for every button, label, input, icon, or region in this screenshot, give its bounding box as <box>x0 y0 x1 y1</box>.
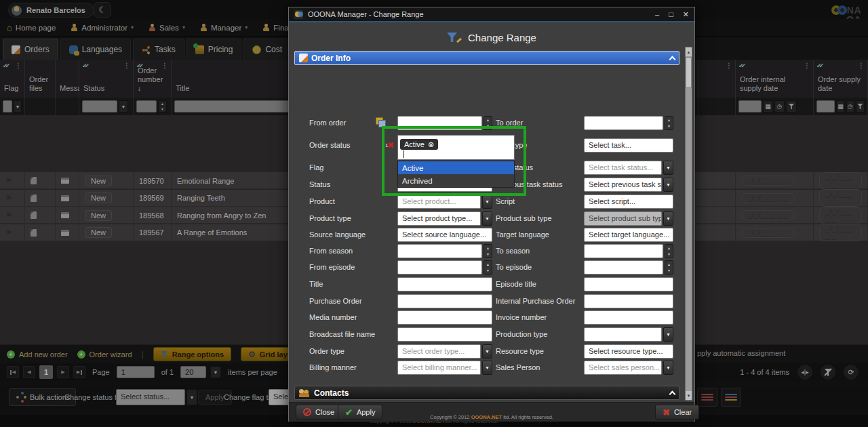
dialog-title-bar[interactable]: OOONA Manager - Change Range – □ ✕ <box>289 7 694 22</box>
field-value[interactable] <box>397 310 492 325</box>
field-value[interactable]: Select task status... <box>584 161 662 175</box>
field-value[interactable]: Select order type... <box>397 344 481 359</box>
chevron-down-icon[interactable]: ▼ <box>663 161 673 175</box>
field-value[interactable] <box>397 277 492 291</box>
field-value[interactable]: Select task... <box>584 138 673 152</box>
chevron-down-icon[interactable]: ▼ <box>482 361 492 375</box>
number-stepper[interactable]: ▲▼ <box>484 260 492 274</box>
field-value[interactable]: Select billing manner... <box>397 361 481 375</box>
field-broadcast-file-name[interactable] <box>397 327 492 342</box>
field-product[interactable]: Select product...▼ <box>397 195 492 209</box>
funnel-icon <box>447 33 457 42</box>
order-info-icon <box>299 54 308 62</box>
field-label: Title <box>309 280 323 288</box>
field-value[interactable] <box>397 260 482 274</box>
field-product-sub-type[interactable]: Select product sub type...▼ <box>584 211 673 226</box>
field-label: Sales Person <box>496 363 540 371</box>
field-title[interactable] <box>397 277 492 291</box>
option-active[interactable]: Active <box>398 161 514 174</box>
order-info-section-header[interactable]: Order Info <box>294 51 679 65</box>
field-value[interactable] <box>584 310 673 325</box>
field-from-episode[interactable]: ▲▼ <box>397 260 492 274</box>
field-value[interactable] <box>584 294 673 308</box>
field-to-episode[interactable]: ▲▼ <box>584 260 673 274</box>
field-label: Order type <box>309 347 344 355</box>
up-icon: ▲ <box>665 117 673 123</box>
chevron-down-icon[interactable]: ▼ <box>482 195 492 209</box>
field-value[interactable]: Select product sub type... <box>584 211 662 226</box>
field-label: Episode title <box>496 280 536 288</box>
scroll-down-icon[interactable]: ▼ <box>686 391 692 400</box>
chevron-down-icon[interactable]: ▼ <box>663 178 673 192</box>
field-billing-manner[interactable]: Select billing manner...▼ <box>397 361 492 375</box>
option-archived[interactable]: Archived <box>398 174 514 187</box>
field-value[interactable] <box>584 327 662 342</box>
field-value[interactable] <box>584 277 673 291</box>
up-icon: ▲ <box>484 117 492 123</box>
field-to-order[interactable]: ▲▼ <box>584 116 673 130</box>
down-icon: ▼ <box>484 251 492 258</box>
remove-chip-icon[interactable]: ⊗ <box>428 140 434 149</box>
field-value[interactable] <box>584 244 663 258</box>
field-value[interactable]: Select target language... <box>584 228 673 242</box>
field-to-season[interactable]: ▲▼ <box>584 244 673 258</box>
scroll-up-icon[interactable]: ▲ <box>686 47 692 56</box>
field-sales-person[interactable]: Select sales person...▼ <box>584 361 673 375</box>
chevron-down-icon[interactable]: ▼ <box>482 344 492 359</box>
field-value[interactable] <box>397 294 492 308</box>
chevron-down-icon[interactable]: ▼ <box>482 211 492 226</box>
field-value[interactable]: Select product... <box>397 195 481 209</box>
field-resource-type[interactable]: Select resource type... <box>584 344 673 359</box>
field-value[interactable]: Select product type... <box>397 211 481 226</box>
contacts-section-header[interactable]: Contacts <box>294 386 679 400</box>
field-purchase-order[interactable] <box>397 294 492 308</box>
chevron-down-icon[interactable]: ▼ <box>663 327 673 342</box>
chevron-down-icon[interactable]: ▼ <box>663 211 673 226</box>
selection-count-badge: 1✖ <box>385 141 394 150</box>
maximize-button[interactable]: □ <box>669 10 673 19</box>
field-value[interactable]: Select previous task sta... <box>584 178 662 192</box>
field-value[interactable]: Select script... <box>584 195 673 209</box>
field-from-season[interactable]: ▲▼ <box>397 244 492 258</box>
clear-selection-icon[interactable]: ✖ <box>387 141 393 150</box>
field-label: Flag <box>309 163 323 171</box>
field-label: From episode <box>309 263 355 271</box>
collapse-icon[interactable] <box>669 56 676 63</box>
minimize-button[interactable]: – <box>655 10 659 19</box>
close-window-button[interactable]: ✕ <box>683 10 689 19</box>
field-value[interactable] <box>584 260 663 274</box>
field-product-type[interactable]: Select product type...▼ <box>397 211 492 226</box>
field-order-type[interactable]: Select order type...▼ <box>397 344 492 359</box>
field-script[interactable]: Select script... <box>584 195 673 209</box>
field-value[interactable] <box>397 327 492 342</box>
collapse-icon[interactable] <box>669 391 676 398</box>
field-invoice-number[interactable] <box>584 310 673 325</box>
field-episode-title[interactable] <box>584 277 673 291</box>
number-stepper[interactable]: ▲▼ <box>665 244 673 258</box>
field-task-status[interactable]: Select task status...▼ <box>584 161 673 175</box>
dialog-body: Order Info From order▲▼To order▲▼Order s… <box>289 47 685 401</box>
field-internal-purchase-order[interactable] <box>584 294 673 308</box>
copy-range-icon[interactable] <box>376 117 385 127</box>
field-source-language[interactable]: Select source language... <box>397 228 492 242</box>
field-value[interactable]: Select resource type... <box>584 344 673 359</box>
down-icon: ▼ <box>484 268 492 274</box>
scrollbar-thumb[interactable] <box>686 57 692 88</box>
field-label: To episode <box>496 263 532 271</box>
heading-text: Change Range <box>468 32 536 43</box>
number-stepper[interactable]: ▲▼ <box>665 260 673 274</box>
field-value[interactable]: Select sales person... <box>584 361 662 375</box>
field-value[interactable]: Select source language... <box>397 228 492 242</box>
field-target-language[interactable]: Select target language... <box>584 228 673 242</box>
field-production-type[interactable]: ▼ <box>584 327 673 342</box>
field-task-type[interactable]: Select task... <box>584 138 673 152</box>
field-value[interactable] <box>584 116 663 130</box>
dialog-scrollbar[interactable]: ▲ ▼ <box>685 47 692 401</box>
chevron-down-icon[interactable]: ▼ <box>663 361 673 375</box>
order-status-combobox[interactable]: Active⊗ <box>397 135 515 160</box>
number-stepper[interactable]: ▲▼ <box>665 116 673 130</box>
number-stepper[interactable]: ▲▼ <box>484 244 492 258</box>
field-previous-task-status[interactable]: Select previous task sta...▼ <box>584 178 673 192</box>
field-value[interactable] <box>397 244 482 258</box>
field-media-number[interactable] <box>397 310 492 325</box>
